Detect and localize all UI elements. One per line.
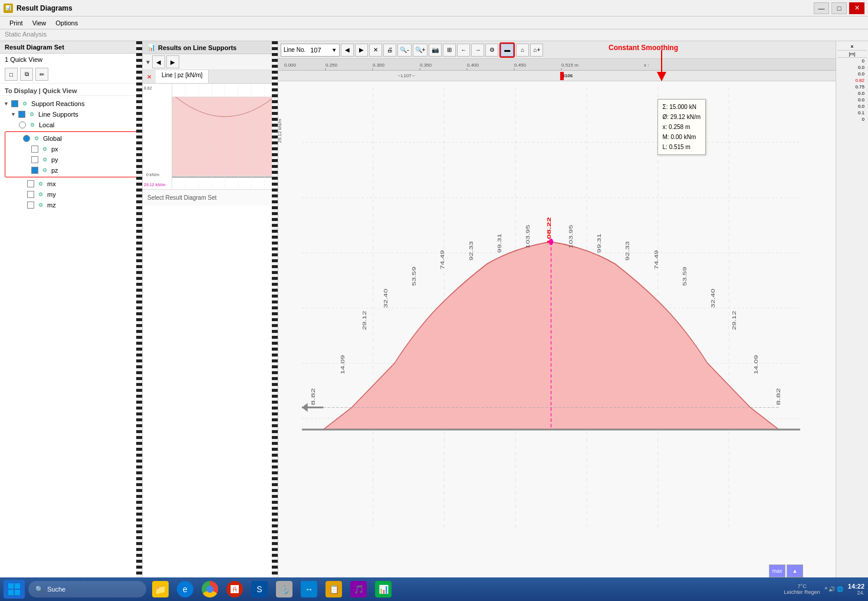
start-button[interactable] — [4, 580, 25, 599]
svg-text:29.12: 29.12 — [732, 311, 737, 331]
smoothing-btn[interactable]: ▬ — [501, 44, 514, 57]
next-line-btn[interactable]: ▶ — [355, 44, 368, 57]
tree-mx[interactable]: ⚙ mx — [2, 179, 140, 189]
line-no-selector[interactable]: Line No. ▼ — [281, 44, 340, 57]
tree-local[interactable]: ⚙ Local — [2, 120, 140, 130]
tree-mz[interactable]: ⚙ mz — [2, 200, 140, 210]
arrow-left-btn[interactable]: ← — [457, 44, 470, 57]
next-btn[interactable]: ▶ — [166, 55, 179, 68]
taskbar-app-app1[interactable]: 🅰 — [224, 580, 245, 599]
close-tab-button[interactable]: ✕ — [143, 70, 156, 83]
minimize-button[interactable]: — — [814, 2, 829, 14]
tree-line-supports[interactable]: ▼ ⚙ Line Supports — [2, 109, 140, 120]
menu-bar: Print View Options — [0, 16, 868, 29]
svg-text:8.82: 8.82 — [310, 388, 316, 405]
zoom-in-btn[interactable]: 🔍+ — [413, 44, 428, 57]
taskbar-app-app6[interactable]: 🎵 — [348, 580, 369, 599]
svg-text:53.59: 53.59 — [411, 267, 416, 286]
maximize-button[interactable]: □ — [831, 2, 847, 14]
home2-btn[interactable]: ⌂+ — [530, 44, 543, 57]
svg-text:103.95: 103.95 — [568, 225, 573, 249]
middle-panel: 📊 Results on Line Supports ▼ ◀ ▶ ✕ Line … — [143, 41, 278, 601]
home-btn[interactable]: ⌂ — [516, 44, 529, 57]
line-label: →L107← — [396, 73, 416, 78]
taskbar-app-app4[interactable]: ↔ — [298, 580, 320, 599]
close-button[interactable]: ✕ — [849, 2, 864, 14]
tree-my[interactable]: ⚙ my — [2, 189, 140, 200]
px-checkbox[interactable] — [31, 146, 38, 153]
static-analysis-bar: Static Analysis — [0, 29, 868, 41]
tree: ▼ ⚙ Support Reactions ▼ ⚙ Line Supports … — [0, 96, 142, 213]
ruler-x-label: x : — [644, 62, 649, 68]
line-no-input[interactable] — [308, 46, 331, 54]
tree-pz[interactable]: ⚙ pz — [6, 165, 136, 176]
svg-text:8.82: 8.82 — [775, 388, 782, 405]
menu-print[interactable]: Print — [5, 18, 28, 28]
global-icon: ⚙ — [32, 134, 41, 143]
local-radio[interactable] — [19, 121, 26, 128]
global-label: Global — [43, 135, 62, 142]
tree-py[interactable]: ⚙ py — [6, 154, 136, 165]
taskbar-app-app5[interactable]: 📋 — [323, 580, 344, 599]
prev-btn[interactable]: ◀ — [152, 55, 165, 68]
py-checkbox[interactable] — [31, 156, 38, 163]
svg-text:103.95: 103.95 — [525, 225, 531, 249]
min-button[interactable]: ▲ — [787, 564, 803, 577]
svg-rect-52 — [8, 583, 14, 589]
taskbar-app-app2[interactable]: S — [249, 580, 270, 599]
tab-strip: ✕ Line | pz [kN/m] — [143, 70, 278, 84]
local-label: Local — [39, 121, 54, 128]
print-btn[interactable]: 🖨 — [383, 44, 396, 57]
py-icon: ⚙ — [41, 156, 49, 164]
mx-checkbox[interactable] — [27, 180, 34, 187]
settings2-btn[interactable]: ⚙ — [485, 44, 498, 57]
tab-line-pz[interactable]: Line | pz [kN/m] — [156, 70, 209, 83]
svg-text:29.12: 29.12 — [361, 311, 367, 331]
mz-checkbox[interactable] — [27, 202, 34, 209]
line-supports-icon: ⚙ — [28, 110, 36, 118]
local-icon: ⚙ — [28, 121, 37, 129]
screenshot-btn[interactable]: 📷 — [429, 44, 442, 57]
right-val-4: 0.75 — [837, 84, 867, 90]
deselect-btn[interactable]: ✕ — [369, 44, 382, 57]
result-diagram-set-header: Result Diagram Set — [0, 41, 142, 54]
prev-line-btn[interactable]: ◀ — [341, 44, 354, 57]
support-reactions-checkbox[interactable] — [11, 100, 18, 107]
taskbar-app-chrome[interactable] — [199, 580, 221, 599]
svg-rect-53 — [15, 583, 20, 589]
tree-global[interactable]: ⚙ Global — [6, 133, 136, 144]
settings-btn[interactable]: ⊞ — [443, 44, 456, 57]
my-checkbox[interactable] — [27, 191, 34, 198]
tree-support-reactions[interactable]: ▼ ⚙ Support Reactions — [2, 98, 140, 109]
result-set-item[interactable]: 1 Quick View — [0, 54, 142, 65]
taskbar-app-app3[interactable]: ⚓ — [274, 580, 295, 599]
zoom-out-btn[interactable]: 🔍- — [397, 44, 411, 57]
svg-text:99.31: 99.31 — [497, 233, 502, 253]
taskbar-app-file-manager[interactable]: 📁 — [150, 580, 171, 599]
arrow-right-btn[interactable]: → — [471, 44, 484, 57]
edit-set-button[interactable]: ✏ — [35, 68, 48, 81]
taskbar-search[interactable]: 🔍 Suche — [28, 581, 146, 597]
max-button[interactable]: max — [769, 564, 785, 577]
taskbar-right: 7°C Leichter Regen ^ 🔊 🌐 14:22 24. — [784, 583, 864, 596]
menu-view[interactable]: View — [28, 18, 51, 28]
my-icon: ⚙ — [37, 190, 45, 199]
clock-time: 14:22 — [848, 583, 864, 590]
ruler-mark-350: 0.350 — [420, 62, 432, 68]
taskbar-app-browser[interactable]: e — [175, 580, 196, 599]
new-set-button[interactable]: □ — [5, 68, 18, 81]
menu-options[interactable]: Options — [51, 18, 83, 28]
global-radio[interactable] — [23, 135, 30, 142]
line-supports-checkbox[interactable] — [18, 111, 25, 118]
svg-text:32.40: 32.40 — [710, 289, 715, 308]
diagram-area: 29.12 kN/m — [278, 81, 836, 601]
tree-px[interactable]: ⚙ px — [6, 144, 136, 154]
right-val-9: 0 — [837, 116, 867, 123]
px-icon: ⚙ — [41, 145, 49, 153]
node-marker — [560, 72, 564, 80]
pz-checkbox[interactable] — [31, 167, 38, 174]
right-val-5: 0.0 — [837, 90, 867, 97]
taskbar-app-app7[interactable]: 📊 — [373, 580, 394, 599]
my-label: my — [47, 191, 56, 198]
copy-set-button[interactable]: ⧉ — [20, 68, 33, 81]
